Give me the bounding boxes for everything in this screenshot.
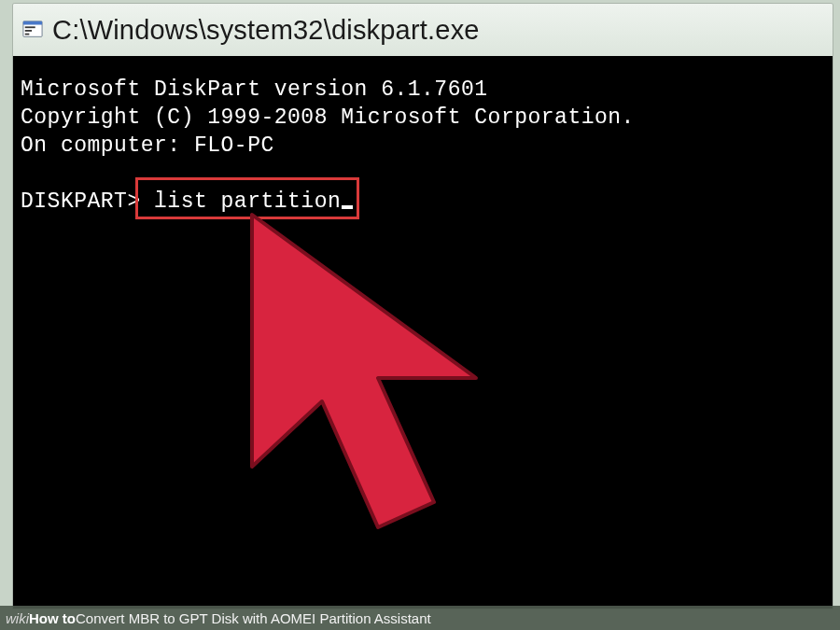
brand-logo: wikiHow to bbox=[6, 610, 76, 626]
console-window: C:\Windows\system32\diskpart.exe Microso… bbox=[13, 4, 833, 609]
text-cursor bbox=[342, 205, 353, 209]
terminal-line: Microsoft DiskPart version 6.1.7601 bbox=[21, 77, 488, 102]
svg-rect-3 bbox=[25, 30, 32, 32]
terminal-output[interactable]: Microsoft DiskPart version 6.1.7601 Copy… bbox=[13, 56, 833, 609]
terminal-line: On computer: FLO-PC bbox=[21, 133, 274, 158]
brand-prefix: wiki bbox=[6, 610, 29, 626]
terminal-prompt: DISKPART> bbox=[21, 189, 141, 214]
terminal-line: Copyright (C) 1999-2008 Microsoft Corpor… bbox=[21, 105, 635, 130]
svg-rect-4 bbox=[25, 34, 30, 35]
svg-rect-2 bbox=[25, 26, 35, 28]
terminal-command: list partition bbox=[154, 189, 341, 214]
console-app-icon bbox=[22, 20, 43, 40]
svg-rect-1 bbox=[23, 21, 42, 25]
caption-bar: wikiHow to Convert MBR to GPT Disk with … bbox=[0, 606, 840, 630]
caption-text: Convert MBR to GPT Disk with AOMEI Parti… bbox=[76, 610, 431, 626]
window-title: C:\Windows\system32\diskpart.exe bbox=[52, 15, 480, 46]
titlebar[interactable]: C:\Windows\system32\diskpart.exe bbox=[13, 4, 833, 57]
brand-suffix: How to bbox=[29, 610, 76, 626]
